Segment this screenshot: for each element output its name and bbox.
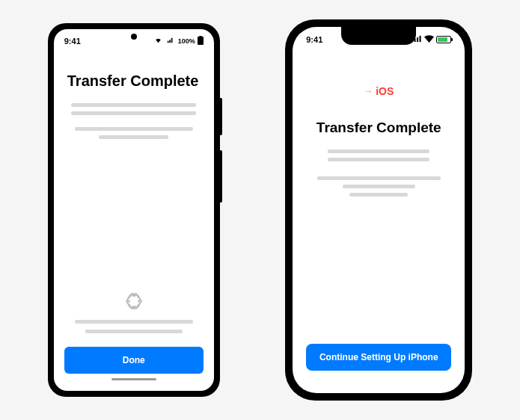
svg-rect-5 bbox=[420, 36, 421, 42]
android-page-title: Transfer Complete bbox=[64, 72, 204, 90]
wifi-icon bbox=[153, 37, 163, 46]
android-home-indicator[interactable] bbox=[111, 378, 156, 380]
android-content: Transfer Complete Done bbox=[54, 50, 214, 391]
recycle-icon bbox=[124, 291, 144, 314]
iphone-status-right bbox=[412, 35, 451, 44]
signal-icon bbox=[165, 37, 176, 46]
placeholder-text-block bbox=[64, 127, 204, 139]
placeholder-line bbox=[75, 320, 193, 324]
android-status-bar: 9:41 100% bbox=[54, 29, 214, 50]
placeholder-text-block bbox=[306, 176, 451, 197]
android-side-button-2 bbox=[220, 150, 222, 203]
iphone-status-time: 9:41 bbox=[306, 35, 322, 44]
ios-logo-text: iOS bbox=[376, 85, 394, 97]
continue-setup-button[interactable]: Continue Setting Up iPhone bbox=[306, 344, 451, 371]
iphone-frame: 9:41 → iOS Transfer Complete bbox=[285, 19, 472, 401]
android-side-button-1 bbox=[220, 98, 222, 135]
android-camera-punch-hole bbox=[131, 34, 137, 40]
android-screen: 9:41 100% Transfer Complete bbox=[54, 29, 214, 391]
svg-rect-4 bbox=[417, 37, 418, 42]
iphone-notch bbox=[341, 27, 416, 45]
svg-rect-1 bbox=[199, 36, 202, 37]
placeholder-line bbox=[343, 185, 415, 188]
android-phone-frame: 9:41 100% Transfer Complete bbox=[48, 23, 220, 397]
android-status-time: 9:41 bbox=[64, 37, 81, 46]
placeholder-text-block bbox=[64, 103, 204, 115]
placeholder-line bbox=[328, 149, 429, 153]
svg-rect-0 bbox=[198, 37, 204, 45]
placeholder-line bbox=[317, 176, 441, 180]
move-to-ios-logo: → iOS bbox=[306, 85, 451, 97]
iphone-content: → iOS Transfer Complete Continue Setting… bbox=[293, 48, 465, 393]
android-battery-text: 100% bbox=[178, 37, 195, 45]
battery-icon bbox=[198, 36, 204, 46]
placeholder-line bbox=[85, 330, 183, 333]
iphone-page-title: Transfer Complete bbox=[306, 120, 451, 136]
done-button[interactable]: Done bbox=[64, 347, 204, 374]
recycle-section bbox=[64, 291, 204, 333]
placeholder-line bbox=[71, 103, 196, 107]
battery-icon bbox=[436, 36, 451, 43]
iphone-screen: 9:41 → iOS Transfer Complete bbox=[293, 27, 465, 393]
android-status-right: 100% bbox=[153, 36, 204, 46]
wifi-icon bbox=[424, 35, 434, 44]
arrow-right-icon: → bbox=[364, 86, 373, 96]
placeholder-line bbox=[75, 127, 193, 131]
placeholder-text-block bbox=[306, 149, 451, 161]
